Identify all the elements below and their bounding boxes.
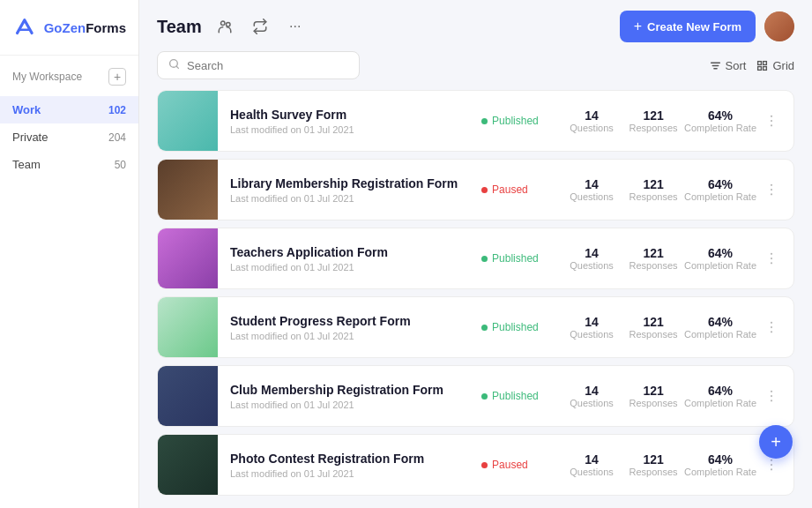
status-text-club: Published bbox=[492, 390, 539, 402]
form-responses-club: 121 Responses bbox=[622, 384, 684, 408]
more-vert-icon-student bbox=[764, 319, 779, 335]
more-vert-icon-health bbox=[764, 113, 779, 129]
completion-value-teachers: 64% bbox=[684, 246, 756, 260]
svg-rect-10 bbox=[764, 66, 767, 70]
create-btn-label: Create New Form bbox=[647, 20, 741, 34]
sort-label: Sort bbox=[726, 59, 747, 72]
responses-value-health: 121 bbox=[622, 108, 684, 123]
form-actions-btn-photo[interactable] bbox=[764, 457, 779, 473]
team-members-button[interactable] bbox=[212, 14, 237, 39]
form-status-club: Published bbox=[481, 390, 561, 402]
search-box[interactable] bbox=[157, 51, 360, 79]
form-thumb-health bbox=[158, 91, 218, 151]
more-options-button[interactable]: ··· bbox=[283, 14, 308, 39]
form-responses-student: 121 Responses bbox=[622, 315, 684, 340]
sidebar-item-private[interactable]: Private 204 bbox=[0, 123, 138, 151]
status-text-teachers: Published bbox=[492, 252, 539, 265]
form-actions-btn-health[interactable] bbox=[764, 113, 779, 129]
svg-point-1 bbox=[226, 23, 230, 27]
form-card-student[interactable]: Student Progress Report Form Last modifi… bbox=[157, 296, 794, 358]
form-name-student: Student Progress Report Form bbox=[230, 314, 481, 328]
grid-label: Grid bbox=[772, 59, 794, 72]
share-icon bbox=[252, 19, 268, 34]
form-card-club[interactable]: Club Membership Registration Form Last m… bbox=[157, 365, 794, 427]
sidebar-item-private-count: 204 bbox=[108, 131, 126, 144]
svg-point-21 bbox=[771, 326, 772, 328]
responses-value-student: 121 bbox=[622, 315, 684, 329]
form-questions-teachers: 14 Questions bbox=[561, 246, 622, 271]
gozen-logo-icon bbox=[12, 14, 37, 41]
status-text-student: Published bbox=[492, 321, 539, 333]
status-dot-library bbox=[481, 187, 488, 193]
form-card-health[interactable]: Health Survey Form Last modified on 01 J… bbox=[157, 90, 794, 152]
svg-rect-9 bbox=[758, 66, 762, 70]
status-text-library: Paused bbox=[492, 183, 528, 196]
grid-view-button[interactable]: Grid bbox=[756, 59, 794, 72]
questions-label-photo: Questions bbox=[561, 467, 622, 477]
avatar[interactable] bbox=[764, 11, 794, 41]
people-icon bbox=[217, 19, 233, 34]
svg-rect-7 bbox=[758, 61, 762, 64]
search-icon bbox=[168, 58, 180, 72]
sidebar-item-team[interactable]: Team 50 bbox=[0, 151, 138, 178]
form-card-teachers[interactable]: Teachers Application Form Last modified … bbox=[157, 228, 794, 289]
responses-value-library: 121 bbox=[622, 177, 684, 191]
status-text-photo: Paused bbox=[492, 459, 528, 471]
completion-value-photo: 64% bbox=[684, 452, 756, 467]
status-dot-teachers bbox=[481, 256, 488, 262]
status-text-health: Published bbox=[492, 115, 539, 127]
form-responses-teachers: 121 Responses bbox=[622, 246, 684, 271]
questions-value-health: 14 bbox=[561, 108, 622, 123]
form-thumb-student bbox=[158, 297, 218, 357]
header-right: + Create New Form bbox=[620, 11, 794, 42]
form-actions-btn-teachers[interactable] bbox=[764, 250, 779, 266]
sidebar-item-team-count: 50 bbox=[115, 159, 126, 171]
form-date-library: Last modified on 01 Jul 2021 bbox=[230, 193, 481, 204]
completion-label-student: Completion Rate bbox=[684, 329, 756, 340]
questions-label-health: Questions bbox=[561, 123, 622, 133]
form-info-health: Health Survey Form Last modified on 01 J… bbox=[230, 108, 481, 135]
responses-label-health: Responses bbox=[622, 123, 684, 133]
form-actions-btn-student[interactable] bbox=[764, 319, 779, 335]
svg-rect-8 bbox=[764, 61, 767, 64]
form-questions-club: 14 Questions bbox=[561, 384, 622, 408]
responses-label-club: Responses bbox=[622, 398, 684, 408]
svg-point-26 bbox=[771, 459, 772, 461]
questions-value-teachers: 14 bbox=[561, 246, 622, 260]
form-status-health: Published bbox=[481, 115, 561, 127]
form-completion-health: 64% Completion Rate bbox=[684, 108, 756, 133]
main-content: Team ··· + Create New Form bbox=[139, 0, 812, 508]
form-status-photo: Paused bbox=[481, 459, 561, 471]
more-vert-icon-library bbox=[764, 182, 779, 198]
form-responses-health: 121 Responses bbox=[622, 108, 684, 133]
form-name-teachers: Teachers Application Form bbox=[230, 245, 481, 259]
workspace-label: My Workspace bbox=[12, 71, 82, 83]
svg-point-15 bbox=[771, 189, 772, 190]
form-name-library: Library Membership Registration Form bbox=[230, 176, 481, 190]
svg-point-19 bbox=[771, 262, 772, 264]
form-date-club: Last modified on 01 Jul 2021 bbox=[230, 400, 481, 410]
sidebar: GoZenForms My Workspace + Work 102 Priva… bbox=[0, 0, 139, 508]
svg-point-23 bbox=[771, 391, 772, 392]
add-workspace-button[interactable]: + bbox=[108, 68, 126, 86]
responses-label-student: Responses bbox=[622, 329, 684, 340]
form-actions-btn-library[interactable] bbox=[764, 182, 779, 198]
form-actions-btn-club[interactable] bbox=[764, 388, 779, 404]
sort-button[interactable]: Sort bbox=[710, 59, 747, 72]
form-info-library: Library Membership Registration Form Las… bbox=[230, 176, 481, 204]
svg-point-28 bbox=[771, 468, 772, 470]
questions-label-student: Questions bbox=[561, 329, 622, 340]
form-card-photo[interactable]: Photo Contest Registration Form Last mod… bbox=[157, 434, 794, 496]
search-input[interactable] bbox=[187, 59, 348, 72]
share-button[interactable] bbox=[248, 14, 272, 39]
create-new-form-button[interactable]: + Create New Form bbox=[620, 11, 756, 42]
form-responses-library: 121 Responses bbox=[622, 177, 684, 202]
sidebar-item-work[interactable]: Work 102 bbox=[0, 96, 138, 123]
completion-label-photo: Completion Rate bbox=[684, 467, 756, 477]
form-name-health: Health Survey Form bbox=[230, 108, 481, 122]
floating-add-button[interactable]: + bbox=[759, 425, 793, 459]
form-responses-photo: 121 Responses bbox=[622, 452, 684, 477]
form-date-teachers: Last modified on 01 Jul 2021 bbox=[230, 262, 481, 273]
form-card-library[interactable]: Library Membership Registration Form Las… bbox=[157, 159, 794, 220]
controls-bar: Sort Grid bbox=[139, 51, 812, 90]
